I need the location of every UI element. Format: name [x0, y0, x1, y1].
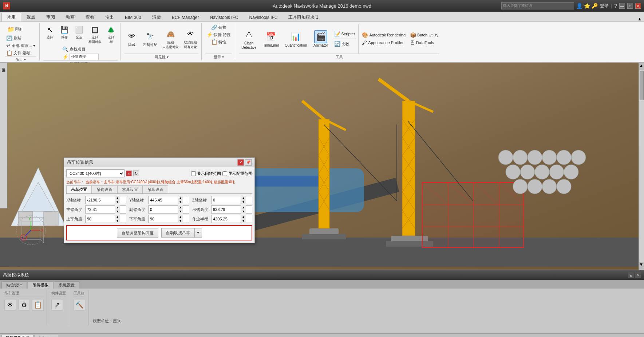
tab-tools-addon[interactable]: 工具附加模块 1 [283, 13, 324, 21]
quantification-button[interactable]: 📊 Quantification [283, 30, 308, 48]
file-options-button[interactable]: 📋 文件 选项 [5, 50, 36, 56]
scripter-button[interactable]: 📝 Scripter [333, 31, 356, 37]
viewport-scrollbar[interactable]: ▲ ▼ [639, 63, 644, 270]
x-coord-spinner[interactable]: ▲ ▼ [115, 196, 120, 204]
tab-bcfmanager[interactable]: BCF Manager [166, 13, 205, 21]
reset-all-button[interactable]: ↩ 全部 重置... ▾ [5, 42, 36, 49]
lower-angle-input[interactable] [149, 215, 178, 223]
tab-review[interactable]: 审阅 [41, 13, 60, 21]
link-button[interactable]: 🔗 链接 [210, 24, 228, 31]
hook-height-input[interactable] [212, 206, 241, 213]
lower-angle-up-btn[interactable]: ▲ [178, 215, 183, 219]
aux-arm-up-btn[interactable]: ▲ [178, 205, 183, 209]
auto-connect-ear-dropdown[interactable]: ▼ [195, 228, 202, 238]
crane-eye-btn[interactable]: 👁 [4, 299, 16, 311]
work-radius-input[interactable] [212, 215, 241, 223]
panel-close-btn[interactable]: ✕ [635, 272, 641, 278]
dialog-close-x-button[interactable]: ✕ [237, 159, 244, 166]
show-all-button[interactable]: 👁 取消隐藏所有对象 [182, 28, 198, 50]
timeliner-button[interactable]: 📅 TimeLiner [261, 30, 281, 48]
select-same-button[interactable]: 🔲 选择相同对象 [87, 24, 103, 45]
nav-cube[interactable]: X Y Z X [15, 214, 47, 248]
maximize-button[interactable]: □ [627, 3, 633, 9]
work-radius-spinner[interactable]: ▲ ▼ [241, 215, 246, 223]
dialog-pin-button[interactable]: 📌 [245, 159, 252, 166]
aux-arm-field[interactable]: ▲ ▼ [148, 205, 189, 213]
viewport[interactable]: X Y Z X ▲ ▼ 吊车位置信息 ✕ 📌 [0, 63, 644, 270]
aux-arm-spinner[interactable]: ▲ ▼ [178, 205, 183, 213]
crane-select[interactable]: CC2400-1(400吨) [66, 169, 125, 177]
bp-tab-install-sim[interactable]: 吊装模拟 [28, 281, 53, 289]
tab-output[interactable]: 输出 [100, 13, 119, 21]
tab-render[interactable]: 渲染 [147, 13, 166, 21]
force-visible-button[interactable]: 🔭 强制可见 [141, 30, 159, 48]
bp-tab-system-settings[interactable]: 系统设置 [54, 281, 79, 289]
lower-angle-spinner[interactable]: ▲ ▼ [178, 215, 183, 223]
y-coord-spinner[interactable]: ▲ ▼ [178, 196, 183, 204]
x-down-btn[interactable]: ▼ [115, 200, 120, 204]
auto-adjust-hook-button[interactable]: 自动调整吊钩高度 [117, 228, 158, 238]
hook-height-down-btn[interactable]: ▼ [241, 209, 246, 213]
tab-navistools-ifc2[interactable]: Navistools IFC [244, 13, 283, 21]
quick-props-button[interactable]: ⚡ 快捷 特性 [205, 31, 232, 38]
autodesk-rendering-button[interactable]: 🎨 Autodesk Rendering [361, 32, 407, 38]
quick-find-button[interactable]: ⚡ 快速查找 [61, 53, 100, 60]
scroll-up-btn[interactable]: ▲ [639, 63, 644, 70]
clash-detective-button[interactable]: ⚠ ClashDetective [239, 27, 259, 51]
tab-viewpoint[interactable]: 视点 [21, 13, 41, 21]
tab-bim360[interactable]: BIM 360 [119, 13, 147, 21]
work-radius-field[interactable]: ▲ ▼ [211, 215, 252, 223]
search-bar[interactable]: 键入关键字或短语 [501, 2, 574, 9]
select-button[interactable]: ↖ 选择 [43, 24, 56, 45]
panel-collapse-btn[interactable]: ▲ [628, 272, 634, 278]
crane-copy-btn[interactable]: 📋 [32, 299, 44, 311]
upper-angle-field[interactable]: ▲ ▼ [85, 215, 126, 223]
tab-ear-settings[interactable]: 吊耳设置 [143, 185, 168, 193]
y-coord-input[interactable] [149, 196, 178, 204]
show-rotation-checkbox[interactable] [191, 171, 196, 176]
show-rotation-checkbox-label[interactable]: 显示回转范围 [191, 171, 221, 176]
z-coord-input[interactable] [212, 196, 241, 204]
auto-connect-ear-button[interactable]: 自动联接吊耳 [161, 228, 195, 238]
main-arm-up-btn[interactable]: ▲ [115, 205, 120, 209]
measure-tool[interactable]: 测量工具 [0, 64, 7, 67]
bottom-tab-crane-sim[interactable]: 吊装模拟系统 [1, 335, 33, 337]
upper-angle-down-btn[interactable]: ▼ [115, 219, 120, 223]
upper-angle-up-btn[interactable]: ▲ [115, 215, 120, 219]
refresh-button[interactable]: 🔄 刷新 [5, 35, 36, 42]
tab-hook-settings[interactable]: 吊钩设置 [92, 185, 117, 193]
compare-button[interactable]: 🔄 比较 [333, 40, 356, 47]
hide-button[interactable]: 👁 隐藏 [125, 30, 139, 48]
y-down-btn[interactable]: ▼ [178, 200, 183, 204]
datatools-button[interactable]: 🗄 DataTools [409, 39, 439, 46]
lower-angle-down-btn[interactable]: ▼ [178, 219, 183, 223]
find-items-button[interactable]: 🔍 查找项目 [61, 46, 100, 52]
x-coord-input[interactable] [86, 196, 115, 204]
z-coord-spinner[interactable]: ▲ ▼ [241, 196, 246, 204]
tab-navistools-ifc1[interactable]: Navistools IFC [204, 13, 244, 21]
z-coord-field[interactable]: ▲ ▼ [211, 196, 252, 204]
z-up-btn[interactable]: ▲ [241, 196, 246, 200]
crane-settings-btn[interactable]: ⚙ [18, 299, 30, 311]
main-arm-input[interactable] [86, 206, 115, 213]
hook-height-field[interactable]: ▲ ▼ [211, 205, 252, 213]
properties-button[interactable]: 📋 特性 [210, 39, 228, 45]
scroll-thumb[interactable] [640, 71, 644, 100]
work-radius-up-btn[interactable]: ▲ [241, 215, 246, 219]
minimize-button[interactable]: — [619, 3, 625, 9]
collapse-ribbon-icon[interactable]: ▲ [635, 16, 644, 21]
main-arm-spinner[interactable]: ▲ ▼ [115, 205, 120, 213]
crane-refresh-btn[interactable]: ↻ [133, 171, 139, 176]
bp-tab-site-design[interactable]: 站位设计 [1, 281, 27, 289]
tab-view[interactable]: 查看 [80, 13, 100, 21]
show-counterweight-checkbox-label[interactable]: 显示配重范围 [222, 171, 252, 176]
x-coord-field[interactable]: ▲ ▼ [85, 196, 126, 204]
upper-angle-input[interactable] [86, 215, 115, 223]
aux-arm-input[interactable] [149, 206, 178, 213]
main-arm-down-btn[interactable]: ▼ [115, 209, 120, 213]
login-button[interactable]: 登录 [600, 3, 609, 9]
lower-angle-field[interactable]: ▲ ▼ [148, 215, 189, 223]
upper-angle-spinner[interactable]: ▲ ▼ [115, 215, 120, 223]
x-up-btn[interactable]: ▲ [115, 196, 120, 200]
select-tree-button[interactable]: 🌲 选择树 [104, 24, 118, 45]
